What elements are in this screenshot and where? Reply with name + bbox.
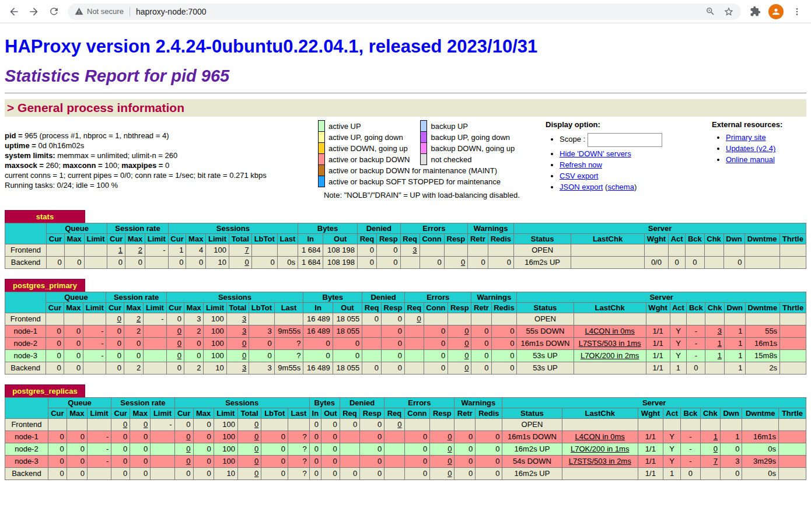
forward-button[interactable] [25, 2, 43, 21]
table-row-node-3: node-300-000010000?000000054s DOWNL7STS/… [5, 456, 806, 468]
column-header: Limit [214, 408, 237, 419]
column-header: Dwn [724, 303, 745, 313]
column-header: Max [186, 234, 206, 244]
table-cell: L7OK/200 in 1ms [562, 443, 638, 456]
legend-swatch [319, 154, 325, 165]
external-link[interactable]: Primary site [726, 133, 766, 142]
table-cell: 0 [721, 468, 742, 480]
row-label[interactable]: node-1 [5, 431, 48, 443]
column-header: Total [229, 234, 251, 244]
reload-icon [48, 6, 60, 17]
column-header: Max [67, 408, 87, 419]
table-cell: 0 [309, 431, 321, 443]
table-cell [705, 313, 725, 326]
table-cell: 0 [420, 257, 444, 269]
option-link[interactable]: Refresh now [560, 160, 602, 169]
column-group-header: Sessions [174, 398, 309, 408]
table-cell: 1 [705, 350, 725, 362]
table-cell: Y [670, 350, 687, 362]
menu-kebab-button[interactable] [788, 2, 806, 21]
extensions-button[interactable] [746, 2, 764, 21]
table-cell [780, 326, 806, 338]
column-header: Bck [686, 234, 704, 244]
table-cell: 0 [309, 443, 321, 456]
table-cell: 0 [229, 257, 251, 269]
column-group-header: Denied [358, 223, 401, 234]
table-cell: 0s [742, 443, 779, 456]
row-label[interactable]: Frontend [5, 313, 46, 326]
column-header: Cur [106, 303, 124, 313]
display-options-list: Scope : Hide 'DOWN' serversRefresh nowCS… [546, 133, 712, 191]
row-label[interactable]: node-3 [5, 456, 48, 468]
proxy-sections: statsQueueSession rateSessionsBytesDenie… [5, 210, 806, 480]
row-label[interactable]: Backend [5, 362, 46, 374]
row-label[interactable]: node-2 [5, 338, 46, 350]
table-cell: 0 [261, 443, 288, 456]
table-cell: - [681, 431, 701, 443]
table-cell: 0 [404, 443, 430, 456]
table-cell [779, 244, 806, 257]
table-cell: 0 [381, 338, 404, 350]
browser-toolbar: Not secure haproxy-node:7000 [0, 0, 811, 23]
table-cell: 0 [106, 326, 124, 338]
table-cell: 0 [261, 468, 288, 480]
external-link[interactable]: Online manual [726, 155, 775, 164]
table-cell: L4CON in 0ms [562, 431, 638, 443]
table-cell: 0 [309, 468, 321, 480]
table-cell: 53s UP [517, 362, 574, 374]
json-export-link[interactable]: JSON export [560, 183, 603, 191]
page-title[interactable]: HAProxy version 2.4.24-0ubuntu0.22.04.1,… [5, 36, 806, 57]
option-link[interactable]: CSV export [560, 172, 598, 180]
schema-link[interactable]: schema [607, 183, 634, 191]
table-cell: 1 [724, 350, 745, 362]
table-cell: 0 [360, 443, 384, 456]
menu-kebab-icon [792, 7, 802, 16]
row-label[interactable]: Frontend [5, 419, 48, 431]
table-cell: 55s [745, 326, 780, 338]
reload-button[interactable] [44, 2, 63, 21]
column-header: Resp [444, 234, 468, 244]
column-header: Total [238, 408, 261, 419]
column-header: Cur [47, 234, 65, 244]
external-links-list: Primary siteUpdates (v2.4)Online manual [712, 133, 806, 164]
profile-avatar[interactable] [768, 4, 784, 19]
row-label[interactable]: node-2 [5, 443, 48, 456]
external-link[interactable]: Updates (v2.4) [726, 144, 775, 153]
table-cell: 1 [721, 431, 742, 443]
table-cell: - [83, 338, 106, 350]
proxy-tab-postgres_replicas[interactable]: postgres_replicas [5, 384, 85, 397]
column-group-header: Server [514, 223, 806, 234]
column-group-header: Warnings [471, 292, 517, 303]
table-cell: 1 684 [298, 244, 323, 257]
column-header: Chk [704, 234, 723, 244]
bookmark-star-icon[interactable] [723, 6, 734, 17]
row-label[interactable]: Backend [5, 468, 48, 480]
row-label[interactable]: node-3 [5, 350, 46, 362]
table-cell: 0 [64, 326, 83, 338]
url-text[interactable]: haproxy-node:7000 [136, 7, 705, 16]
scope-input[interactable] [588, 133, 662, 147]
proxy-tab-postgres_primary[interactable]: postgres_primary [5, 279, 85, 292]
table-cell: 0 [340, 468, 359, 480]
table-cell [646, 313, 670, 326]
table-cell [151, 431, 174, 443]
table-cell: 1 684 [298, 257, 323, 269]
address-bar[interactable]: Not secure haproxy-node:7000 [68, 4, 741, 20]
corner-header [5, 292, 46, 313]
proxy-tab-stats[interactable]: stats [5, 210, 85, 223]
row-label[interactable]: Backend [5, 257, 47, 269]
table-cell: L7STS/503 in 2ms [562, 456, 638, 468]
table-cell: 1/1 [646, 362, 670, 374]
security-badge[interactable]: Not secure [75, 7, 130, 16]
legend-swatch [421, 143, 427, 154]
option-link[interactable]: Hide 'DOWN' servers [560, 149, 631, 158]
column-header: Cur [111, 408, 130, 419]
column-header: Limit [204, 303, 226, 313]
table-cell: 0 [381, 362, 404, 374]
back-button[interactable] [5, 2, 23, 21]
row-label[interactable]: Frontend [5, 244, 47, 257]
row-label[interactable]: node-1 [5, 326, 46, 338]
table-cell [144, 326, 166, 338]
table-cell [405, 338, 424, 350]
zoom-in-icon[interactable] [705, 6, 715, 16]
